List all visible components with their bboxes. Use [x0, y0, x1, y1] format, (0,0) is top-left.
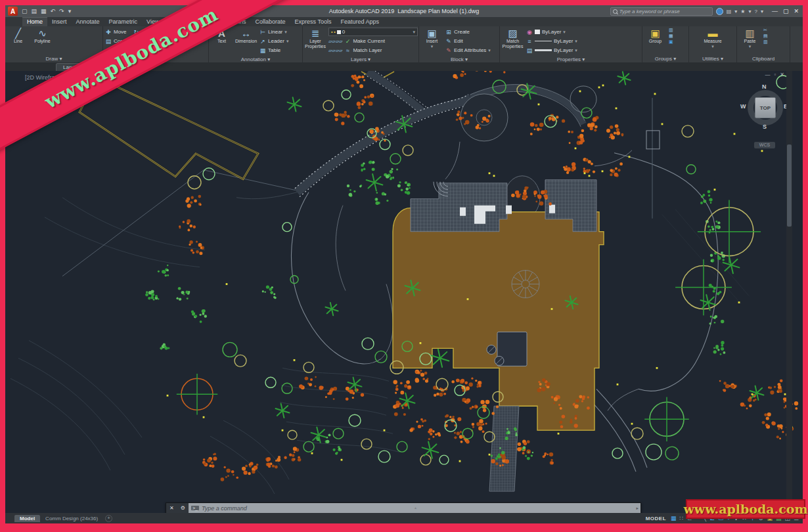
vertical-scrollbar[interactable]: [786, 71, 792, 504]
copy-clip-icon[interactable]: ▤: [763, 33, 768, 39]
undo-icon[interactable]: ↶: [51, 8, 56, 14]
plant-marker: [558, 433, 560, 435]
drawing-close-button[interactable]: ✕: [780, 72, 784, 78]
layer-color-chip: [337, 30, 341, 34]
panel-clipboard: ▥ Paste▾ ✂ ▤ ▥ Clipboard: [737, 26, 790, 62]
group-edit-icon[interactable]: ▦: [669, 33, 673, 39]
plant-marker: [203, 416, 205, 418]
linear-tool[interactable]: ⊢Linear▾: [259, 28, 288, 36]
command-drag-handle-icon[interactable]: ▴: [415, 505, 416, 510]
favorites-icon[interactable]: ★: [740, 9, 745, 14]
insert-block-tool[interactable]: ▣ Insert▾: [421, 28, 443, 49]
drawing-canvas[interactable]: [2D Wireframe] — ▫ ✕ N W E S TOP WCS ✕: [5, 71, 803, 513]
color-control[interactable]: ◉ ByLayer▾: [526, 28, 640, 36]
qat-dropdown-icon[interactable]: ▾: [68, 8, 72, 14]
lineweight-control[interactable]: ▤ ByLayer▾: [526, 46, 640, 55]
tab-insert[interactable]: Insert: [47, 18, 72, 26]
minimize-button[interactable]: —: [772, 8, 778, 14]
help-caret-icon[interactable]: ▾: [761, 9, 763, 14]
tab-collaborate[interactable]: Collaborate: [251, 18, 290, 26]
polyline-tool[interactable]: ∿ Polyline: [32, 28, 53, 44]
paste-tool[interactable]: ▥ Paste▾: [739, 28, 761, 49]
viewcube-wcs-menu[interactable]: WCS: [754, 142, 775, 148]
new-icon[interactable]: ▢: [22, 8, 28, 14]
viewcube-south[interactable]: S: [763, 123, 767, 130]
viewcube-north[interactable]: N: [762, 83, 767, 90]
leader-tool[interactable]: ↗Leader▾: [259, 37, 288, 45]
insert-icon: ▣: [427, 28, 436, 39]
save-icon[interactable]: ▦: [41, 8, 47, 14]
drawing-minimize-button[interactable]: —: [765, 72, 770, 78]
apps-caret-icon[interactable]: ▾: [734, 9, 737, 14]
autocad-logo-icon[interactable]: A: [8, 7, 18, 16]
linetype-control[interactable]: ≡ ByLayer▾: [526, 37, 640, 45]
line-tool[interactable]: ╱ Line: [7, 28, 29, 44]
redo-icon[interactable]: ↷: [59, 8, 64, 14]
match-properties-tool[interactable]: ▨ Match Properties: [502, 28, 524, 49]
dimension-tool[interactable]: ↔ Dimension: [235, 28, 257, 44]
new-layout-button[interactable]: +: [105, 515, 112, 522]
apps-icon[interactable]: ▤: [727, 9, 732, 14]
annotation-panel-label[interactable]: Annotation ▾: [209, 56, 302, 62]
plant-marker: [538, 104, 540, 106]
tab-express-tools[interactable]: Express Tools: [290, 18, 336, 26]
edit-block-tool[interactable]: ✎Edit: [445, 37, 491, 45]
utilities-panel-label[interactable]: Utilities ▾: [689, 55, 736, 62]
tab-home[interactable]: Home: [22, 17, 47, 26]
signin-avatar[interactable]: [716, 8, 723, 15]
viewcube[interactable]: N W E S TOP WCS: [746, 88, 785, 127]
plant-marker: [420, 342, 422, 344]
plant-marker: [656, 367, 658, 369]
model-space-button[interactable]: MODEL: [646, 516, 666, 521]
table-tool[interactable]: ▦Table: [259, 46, 288, 55]
leader-icon: ↗: [259, 38, 266, 45]
group-tool[interactable]: ▣ Group: [644, 28, 666, 44]
layer-tools-icons: ▱▱▱▱: [328, 48, 343, 53]
restore-button[interactable]: ▢: [783, 8, 789, 14]
command-wrench-icon[interactable]: ⚙: [181, 505, 185, 511]
cut-icon[interactable]: ✂: [763, 28, 768, 33]
model-tab[interactable]: Model: [14, 515, 40, 522]
open-icon[interactable]: ▤: [32, 8, 37, 14]
command-input[interactable]: >_ Type a command ▴ ▸: [189, 503, 640, 513]
help-icon[interactable]: ?: [754, 9, 757, 14]
tab-parametric[interactable]: Parametric: [104, 18, 143, 26]
create-block-tool[interactable]: ⊞Create: [445, 28, 491, 36]
layer-on-icon: •: [331, 30, 332, 34]
tab-annotate[interactable]: Annotate: [72, 18, 104, 26]
layer-properties-button[interactable]: ≣ Layer Properties: [305, 28, 326, 49]
search-input[interactable]: Type a keyword or phrase: [610, 7, 713, 16]
plant-marker: [589, 175, 591, 177]
status-toggle-icon[interactable]: ▦: [671, 515, 677, 521]
layer-select[interactable]: • • 0 ▾: [328, 28, 418, 36]
ungroup-icon[interactable]: ▥: [669, 28, 673, 33]
viewcube-top-face[interactable]: TOP: [755, 97, 776, 118]
groups-panel-label[interactable]: Groups ▾: [642, 55, 688, 62]
make-current-icon: ✓: [344, 38, 351, 45]
edit-attributes-tool[interactable]: ✎Edit Attributes▾: [445, 46, 491, 55]
plant-marker: [575, 147, 577, 149]
command-line[interactable]: ✕ ⚙ >_ Type a command ▴ ▸: [166, 502, 641, 513]
favorites-caret-icon[interactable]: ▾: [748, 9, 751, 14]
drawing-restore-button[interactable]: ▫: [774, 72, 776, 78]
make-current-tool[interactable]: ▱▱▱▱ ✓ Make Current: [328, 37, 418, 45]
tab-featured-apps[interactable]: Featured Apps: [336, 18, 384, 26]
clipboard-panel-label[interactable]: Clipboard: [737, 55, 790, 62]
close-button[interactable]: ✕: [794, 8, 799, 14]
panel-groups: ▣ Group ▥ ▦ ▣ Groups ▾: [642, 26, 689, 62]
match-layer-tool[interactable]: ▱▱▱▱ ≈ Match Layer: [328, 46, 418, 55]
measure-tool[interactable]: ▬ Measure▾: [702, 28, 724, 49]
scrollbar-thumb[interactable]: [787, 144, 792, 227]
layers-panel-label[interactable]: Layers ▾: [303, 56, 418, 62]
block-panel-label[interactable]: Block ▾: [419, 56, 499, 62]
base-tool[interactable]: ∎ Base▾: [801, 28, 803, 49]
paste-special-icon[interactable]: ▥: [763, 39, 768, 45]
command-history-icon[interactable]: ▸: [636, 506, 639, 511]
command-close-icon[interactable]: ✕: [169, 505, 174, 511]
group-manager-icon[interactable]: ▣: [669, 39, 673, 45]
viewcube-west[interactable]: W: [740, 103, 746, 110]
view-panel-label[interactable]: View ▾: [790, 55, 803, 62]
move-tool[interactable]: ✚Move: [105, 28, 130, 36]
layout-tab[interactable]: Comm Design (24x36): [40, 515, 103, 522]
properties-panel-label[interactable]: Properties ▾: [500, 56, 642, 62]
